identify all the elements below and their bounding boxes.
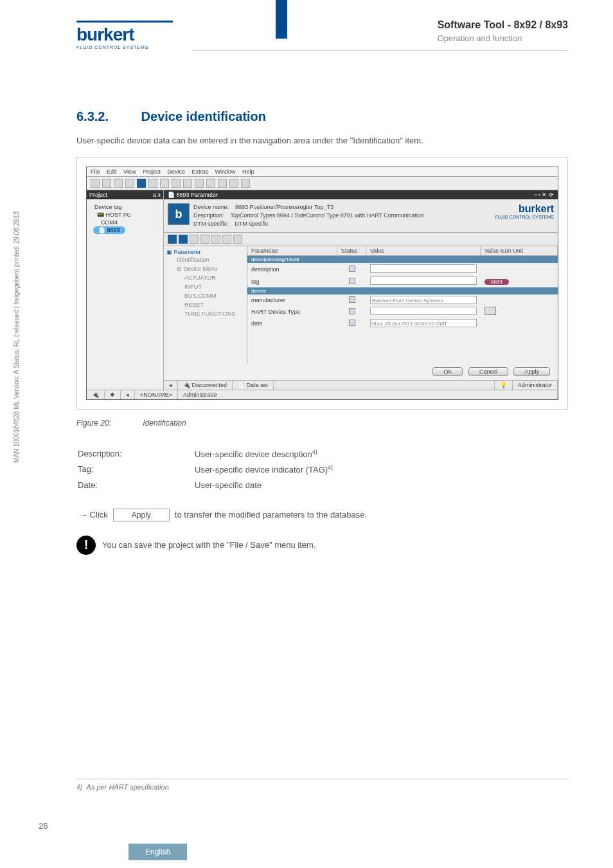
status-noname: <NONAME>	[135, 390, 178, 399]
manufacturer-field[interactable]: Buerkert Fluid Control Systems	[370, 296, 477, 304]
tree-com[interactable]: COM4	[89, 219, 161, 226]
menu-edit[interactable]: Edit	[107, 168, 117, 175]
apply-button-illustration: Apply	[113, 509, 170, 521]
th-parameter: Parameter	[247, 246, 337, 255]
screenshot-frame: File Edit View Project Device Extras Win…	[76, 157, 568, 410]
tag-field[interactable]	[370, 276, 477, 285]
toolbar-button[interactable]	[195, 179, 204, 188]
desc-label: Tag:	[78, 462, 193, 476]
toolbar-button[interactable]	[114, 179, 123, 188]
parameter-table: Parameter Status Value Value Icon Unit d…	[247, 246, 558, 363]
nav-reset[interactable]: RESET	[166, 300, 244, 309]
menu-help[interactable]: Help	[242, 168, 254, 175]
toolbar-button[interactable]	[241, 179, 250, 188]
toolbar-button[interactable]	[137, 179, 146, 188]
app-menubar[interactable]: File Edit View Project Device Extras Win…	[87, 167, 558, 177]
row-tag-label: tag	[247, 277, 337, 286]
logo-subtext: FLUID CONTROL SYSTEMS	[76, 45, 173, 50]
hart-field[interactable]	[370, 307, 477, 315]
nav-buscomm[interactable]: BUS.COMM	[166, 291, 244, 300]
description-field[interactable]	[370, 264, 477, 273]
app-toolbar	[87, 177, 558, 190]
toolbar-button[interactable]	[168, 235, 177, 244]
toolbar-button[interactable]	[183, 179, 192, 188]
tree-selected-device[interactable]: 📄 8693	[93, 226, 125, 234]
nav-actuator[interactable]: ACTUATOR	[166, 273, 244, 282]
toolbar-button[interactable]	[190, 235, 199, 244]
panel-float-hint[interactable]: a x	[153, 192, 161, 198]
toolbar-button[interactable]	[233, 235, 242, 244]
nav-identification[interactable]: Identification	[166, 255, 244, 264]
desc-text: User-specific device description	[195, 449, 312, 459]
nav-input[interactable]: INPUT	[166, 282, 244, 291]
menu-project[interactable]: Project	[143, 168, 161, 175]
row-manufacturer-label: manufacturer	[247, 296, 337, 305]
toolbar-button[interactable]	[148, 179, 157, 188]
project-tree[interactable]: Device tag 📟 HOST PC COM4 📄 8693	[87, 199, 163, 238]
tab-parameter[interactable]: 📄 8693 Parameter	[168, 192, 218, 198]
lock-icon	[349, 278, 355, 284]
nav-devicemenu[interactable]: ⊟ Device Menu	[166, 264, 244, 273]
group-device: device	[247, 287, 558, 294]
menu-window[interactable]: Window	[215, 168, 236, 175]
ok-button[interactable]: OK	[432, 367, 463, 376]
toolbar-button[interactable]	[222, 235, 231, 244]
language-tab: English	[129, 844, 187, 860]
scroll-left[interactable]: ◂	[164, 381, 178, 390]
toolbar-button[interactable]	[206, 179, 215, 188]
lock-icon	[349, 308, 355, 314]
apply-button[interactable]: Apply	[513, 367, 550, 376]
date-field[interactable]: Mon, 03 Oct 2011 00:00:00 GMT	[370, 319, 477, 327]
toolbar-button[interactable]	[229, 179, 238, 188]
toolbar-button[interactable]	[211, 235, 220, 244]
menu-view[interactable]: View	[123, 168, 136, 175]
status-icon: ◂	[121, 390, 135, 399]
device-icon: b	[168, 203, 190, 225]
status-admin2: Administrator	[178, 390, 558, 399]
nav-tunefunctions[interactable]: TUNE FUNCTIONS	[166, 309, 244, 318]
footnote-number: 4)	[76, 784, 82, 791]
nav-parameter[interactable]: ▣ Parameter	[166, 249, 244, 255]
figure-caption: Identification	[143, 419, 186, 428]
param-nav-tree[interactable]: ▣ Parameter Identification ⊟ Device Menu…	[164, 246, 247, 363]
tree-hostpc[interactable]: 📟 HOST PC	[89, 211, 161, 219]
toolbar-button[interactable]	[125, 179, 134, 188]
toolbar-button[interactable]	[160, 179, 169, 188]
project-panel: Project a x Device tag 📟 HOST PC COM4 📄 …	[87, 190, 164, 390]
tab-controls[interactable]: ▫ ▫ ✕ ⟳	[535, 192, 554, 198]
menu-device[interactable]: Device	[167, 168, 185, 175]
group-desc: description/tag/TAG8	[247, 256, 558, 263]
table-row: date Mon, 03 Oct 2011 00:00:00 GMT	[247, 318, 558, 329]
cancel-button[interactable]: Cancel	[468, 367, 508, 376]
doc-title: Software Tool - 8x92 / 8x93	[438, 19, 568, 31]
toolbar-button[interactable]	[179, 235, 188, 244]
toolbar-button[interactable]	[102, 179, 111, 188]
calendar-icon[interactable]	[484, 307, 496, 315]
menu-extras[interactable]: Extras	[192, 168, 209, 175]
toolbar-button[interactable]	[218, 179, 227, 188]
toolbar-button[interactable]	[91, 179, 100, 188]
top-accent-bar	[276, 0, 287, 39]
header-divider	[193, 50, 568, 51]
dialog-buttons: OK Cancel Apply	[164, 363, 558, 380]
device-brand-logo: burkert FLUID CONTROL SYSTEMS	[495, 203, 554, 219]
desc-text: User-specific date	[195, 480, 262, 490]
status-admin: Administrator	[513, 381, 558, 390]
section-number: 6.3.2.	[76, 109, 138, 124]
info-icon: !	[76, 536, 96, 555]
th-status: Status	[337, 246, 366, 255]
th-value: Value	[366, 246, 481, 255]
table-row: tag 8693	[247, 275, 558, 287]
tree-devicetag[interactable]: Device tag	[89, 203, 161, 211]
page-number: 26	[39, 821, 48, 831]
footnote-ref: 4)	[328, 464, 333, 471]
header-logo: burkert FLUID CONTROL SYSTEMS	[76, 19, 173, 50]
row-hart-label: HART Device Type	[247, 307, 337, 316]
table-row: description	[247, 263, 558, 275]
footnote-ref: 4)	[312, 449, 317, 455]
menu-file[interactable]: File	[91, 168, 100, 175]
lock-icon	[349, 320, 355, 326]
status-help-icon[interactable]: 💡	[495, 381, 513, 390]
toolbar-button[interactable]	[200, 235, 209, 244]
toolbar-button[interactable]	[172, 179, 181, 188]
